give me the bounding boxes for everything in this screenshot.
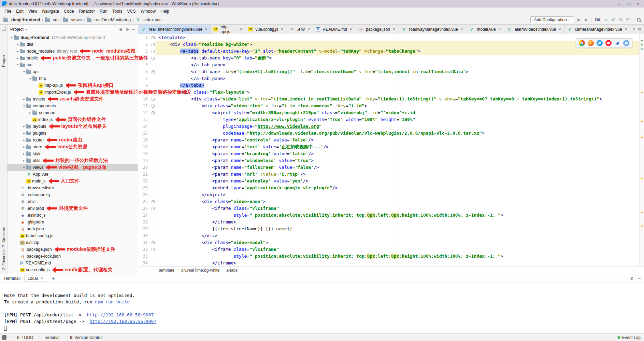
editor-tab-cameraManage_index.vue[interactable]: VcameraManage\index.vue✕	[564, 25, 630, 34]
run-icon[interactable]: ▶	[577, 17, 581, 22]
gear-icon[interactable]: ⚙	[630, 276, 634, 281]
code-line[interactable]: 1<template>	[138, 34, 644, 41]
tree-item-vue.config.js[interactable]: JSvue.config.jsconfig配置、代理相关	[8, 267, 138, 273]
chevron-right-icon[interactable]: ▸	[22, 152, 26, 155]
statusbar-9-version-control[interactable]: 9: Version Control	[65, 335, 102, 340]
close-tab-icon[interactable]: ✕	[281, 27, 283, 31]
git-commit-icon[interactable]: ✔	[612, 17, 615, 22]
chevron-down-icon[interactable]: ▾	[22, 104, 26, 108]
history-icon[interactable]: ⟲	[619, 17, 622, 22]
toolwindow-grid-icon[interactable]	[2, 27, 6, 31]
menu-item-edit[interactable]: Edit	[14, 8, 26, 14]
terminal-output[interactable]: Note that the development build is not o…	[0, 283, 644, 333]
menu-item-tools[interactable]: Tools	[110, 8, 125, 14]
tree-item-.env[interactable]: ⚙.env	[8, 198, 138, 205]
fold-icon[interactable]	[152, 57, 155, 60]
git-update-icon[interactable]: ↙	[604, 17, 608, 22]
tree-item-importExcel.js[interactable]: JSimportExcel.js暴露环境变量地址给图片or视频资源路径变量相关	[8, 89, 138, 96]
menu-item-navigate[interactable]: Navigate	[40, 8, 61, 14]
tree-item-node_modules[interactable]: ▸node_moduleslibrary rootnode_modules依赖	[8, 48, 138, 55]
close-tab-icon[interactable]: ✕	[205, 27, 207, 31]
code-line[interactable]: 33 style=" position:absolute;visibility:…	[138, 253, 644, 260]
minimize-panel-icon[interactable]: ─	[638, 276, 641, 281]
code-line[interactable]: 18 <param name='branding' value='false'/…	[138, 150, 644, 157]
code-line[interactable]: 13 type='application/x-vlc-plugin' event…	[138, 116, 644, 123]
close-tab-icon[interactable]: ✕	[460, 27, 463, 31]
error-stripe[interactable]	[639, 34, 644, 266]
close-tab-icon[interactable]: ✕	[625, 27, 627, 31]
fold-icon[interactable]	[152, 207, 155, 210]
tree-item-common[interactable]: ▸common	[8, 109, 138, 116]
tree-item-src[interactable]: ▾src	[8, 62, 138, 68]
code-line[interactable]: 23 <embed type="application/x-google-vlc…	[138, 185, 644, 191]
tree-item-.gitignore[interactable]: ◆.gitignore	[8, 219, 138, 226]
project-panel-title[interactable]: Project	[10, 27, 24, 32]
firefox-browser-icon[interactable]	[588, 40, 594, 46]
menu-item-view[interactable]: View	[26, 8, 40, 14]
tree-item-assets[interactable]: ▸assetsassets静态资源文件	[8, 96, 138, 103]
edge-browser-icon[interactable]	[623, 40, 629, 46]
code-line[interactable]: 15 codebase="http://downloads.videolan.o…	[138, 130, 644, 137]
tree-item-dist.zip[interactable]: ZIPdist.zip	[8, 239, 138, 246]
editor-tab-roadwayManage_index.vue[interactable]: VroadwayManage\index.vue✕	[398, 25, 466, 34]
tree-item-main.js[interactable]: JSmain.js入口文件	[8, 178, 138, 185]
locate-file-icon[interactable]: ⊕	[119, 27, 123, 32]
fold-icon[interactable]	[152, 200, 155, 203]
code-editor[interactable]: 1<template>2 <div class="realTime bg-whi…	[138, 34, 644, 266]
editor-tab-vue.config.js[interactable]: JSvue.config.js✕	[245, 25, 286, 34]
tree-item-.editorconfig[interactable]: ⚙.editorconfig	[8, 191, 138, 198]
close-tab-icon[interactable]: ✕	[240, 27, 242, 31]
code-line[interactable]: 11 <div class="video-item" v-for="i in i…	[138, 103, 644, 109]
code-line[interactable]: 21 <param name='mrl' :value='i.rtsp'/>	[138, 171, 644, 178]
code-line[interactable]: 3 <a-tabs default-active-key="1" slot="h…	[138, 48, 644, 55]
code-line[interactable]: 12 <object style="width:390px;height:219…	[138, 109, 644, 116]
tree-item-duoji-frontend[interactable]: ▾duoji-frontendD:\zheheWeb\duoji-fronten…	[8, 34, 138, 41]
recent-files-icon[interactable]: ▤	[638, 27, 641, 31]
fold-icon[interactable]	[152, 98, 155, 101]
tree-item-public[interactable]: ▸publicpublic资源文件夹，一般放引用的第三方插件	[8, 55, 138, 62]
close-tab-icon[interactable]: ✕	[41, 276, 44, 280]
ie-browser-icon[interactable]	[614, 40, 620, 46]
code-line[interactable]: 7 </a-tab-pane>	[138, 75, 644, 82]
tree-item-README.md[interactable]: MREADME.md	[8, 260, 138, 267]
editor-tab-README.md[interactable]: MREADME.md✕	[313, 25, 356, 34]
menu-item-refactor[interactable]: Refactor	[76, 8, 97, 14]
editor-tab-model.vue[interactable]: Vmodel.vue✕	[466, 25, 504, 34]
menu-item-run[interactable]: Run	[97, 8, 110, 14]
close-tab-icon[interactable]: ✕	[307, 27, 310, 31]
stripe-project-label[interactable]: Project	[2, 55, 6, 67]
code-line[interactable]: 28 </iframe>	[138, 219, 644, 226]
code-line[interactable]: 27 style=" position:absolute;visibility:…	[138, 212, 644, 219]
chevron-right-icon[interactable]: ▸	[22, 145, 26, 149]
tree-item-package-lock.json[interactable]: {}package-lock.json	[8, 253, 138, 260]
statusbar-terminal[interactable]: Terminal	[39, 335, 59, 340]
fold-icon[interactable]	[152, 70, 155, 73]
code-line[interactable]: 8 </a-tabs>	[138, 82, 644, 89]
code-line[interactable]: 6 <a-tab-pane :key="(index+1).toString()…	[138, 68, 644, 75]
tree-item-store[interactable]: ▸storevuex公共资源	[8, 144, 138, 150]
menu-item-vcs[interactable]: VCS	[125, 8, 138, 14]
code-line[interactable]: 34 </iframe>	[138, 260, 644, 266]
fold-icon[interactable]	[152, 50, 155, 53]
tree-item-plugins[interactable]: ▸plugins	[8, 130, 138, 137]
code-line[interactable]: 32 <iframe class="vlcIframe"	[138, 246, 644, 253]
chevron-down-icon[interactable]: ▾	[22, 70, 26, 73]
chevron-right-icon[interactable]: ▸	[22, 97, 26, 101]
tree-item-http[interactable]: ▾http	[8, 75, 138, 82]
tree-item-components[interactable]: ▾components	[8, 103, 138, 109]
close-tab-icon[interactable]: ✕	[392, 27, 395, 31]
code-line[interactable]: 14 pluginspage="http://www.videolan.org"	[138, 123, 644, 130]
chrome-browser-icon[interactable]	[579, 40, 585, 46]
stripe-favorites-label[interactable]: 2: Favorites	[2, 249, 6, 270]
editor-tab-alarmVideos_index.vue[interactable]: ValarmVideos\index.vue✕	[504, 25, 564, 34]
chevron-right-icon[interactable]: ▸	[22, 166, 26, 169]
code-line[interactable]: 25 <div class="video-name">	[138, 198, 644, 205]
tree-item-http-api.js[interactable]: JShttp-api.js项目相关api接口	[8, 82, 138, 89]
breadcrumb-item[interactable]: realTimeMonitoring	[87, 17, 131, 22]
close-button[interactable]: ×	[633, 1, 643, 7]
breadcrumb-item[interactable]: duoji-frontend	[3, 17, 40, 22]
menu-item-file[interactable]: File	[2, 8, 14, 14]
chevron-right-icon[interactable]: ▸	[16, 43, 20, 46]
fold-icon[interactable]	[152, 241, 155, 244]
code-line[interactable]: 16 <param name='controls' value='false'/…	[138, 137, 644, 144]
